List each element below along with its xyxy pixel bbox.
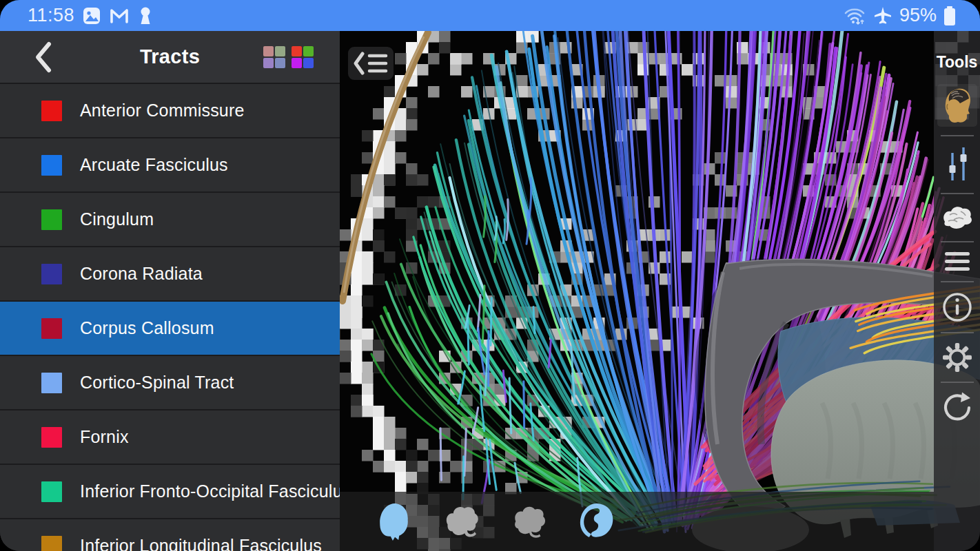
tools-divider <box>941 332 974 333</box>
brain-icon <box>940 202 974 233</box>
brain-lateral-icon <box>442 500 482 543</box>
tools-divider <box>941 382 974 383</box>
tract-item-label: Corona Radiata <box>80 264 203 284</box>
tract-item-corpus-callosum[interactable]: Corpus Callosum <box>0 302 340 356</box>
settings-button[interactable] <box>941 342 973 373</box>
tract-item-label: Arcuate Fasciculus <box>80 155 228 175</box>
reset-view-button[interactable] <box>941 391 974 426</box>
tools-panel-title: Tools <box>937 53 978 72</box>
tract-item-label: Corpus Callosum <box>80 318 214 338</box>
viewport-bottom-toolbar <box>340 492 934 551</box>
battery-icon <box>943 6 957 26</box>
tract-color-swatch <box>41 155 62 176</box>
keyhole-icon <box>138 6 153 25</box>
palette-color <box>292 46 302 56</box>
tract-item-cingulum[interactable]: Cingulum <box>0 193 340 247</box>
phone-screen: 11:58 <box>0 0 980 551</box>
tract-item-label: Inferior Fronto-Occipital Fasciculus <box>80 481 340 501</box>
collapse-sidebar-button[interactable] <box>348 47 394 80</box>
tracts-panel: Tracts Anterior CommissureArcuate Fascic… <box>0 31 340 551</box>
tract-item-arcuate-fasciculus[interactable]: Arcuate Fasciculus <box>0 138 340 193</box>
tract-item-cortico-spinal-tract[interactable]: Cortico-Spinal Tract <box>0 356 340 410</box>
airplane-mode-icon <box>872 6 893 26</box>
tracts-panel-header: Tracts <box>0 31 340 84</box>
sliders-icon <box>942 145 972 185</box>
palette-color <box>275 58 285 68</box>
head-model-button[interactable] <box>937 84 977 127</box>
tract-list: Anterior CommissureArcuate FasciculusCin… <box>0 84 340 551</box>
info-icon <box>941 291 974 324</box>
status-bar: 11:58 <box>0 0 980 31</box>
tract-menu-button[interactable] <box>943 251 972 273</box>
brain-lateral-button[interactable] <box>443 501 480 542</box>
palette-color <box>263 46 274 56</box>
tract-color-swatch <box>41 318 62 339</box>
clock: 11:58 <box>28 5 74 26</box>
tract-item-inferior-longitudinal-fasciculus[interactable]: Inferior Longitudinal Fasciculus <box>0 519 340 551</box>
info-button[interactable] <box>941 291 974 324</box>
tract-color-swatch <box>41 101 62 121</box>
tract-item-anterior-commissure[interactable]: Anterior Commissure <box>0 84 340 138</box>
tract-item-label: Cingulum <box>80 209 154 229</box>
tractography-viewport[interactable] <box>340 31 980 551</box>
menu-icon <box>943 251 972 273</box>
tools-divider <box>941 281 974 282</box>
brain-axial-icon <box>575 498 620 545</box>
tract-item-corona-radiata[interactable]: Corona Radiata <box>0 247 340 302</box>
tract-color-swatch <box>41 209 62 230</box>
brain-axial-button[interactable] <box>578 501 615 542</box>
tract-item-label: Inferior Longitudinal Fasciculus <box>80 536 322 551</box>
tract-item-fornix[interactable]: Fornix <box>0 410 340 465</box>
brain-lateral-alt-button[interactable] <box>511 501 548 542</box>
tools-divider <box>941 193 974 194</box>
tract-color-swatch <box>41 481 62 502</box>
tract-item-label: Anterior Commissure <box>80 101 245 121</box>
palette-color <box>303 58 314 68</box>
palette-color <box>292 58 302 68</box>
tract-color-swatch <box>41 264 62 284</box>
head-icon <box>941 85 973 125</box>
brain-surface-button[interactable] <box>940 202 974 233</box>
palette-color <box>263 58 274 68</box>
tools-buttons <box>937 79 977 431</box>
tools-divider <box>941 241 974 242</box>
tract-item-label: Cortico-Spinal Tract <box>80 373 234 393</box>
tract-item-inferior-fronto-occipital-fasciculus[interactable]: Inferior Fronto-Occipital Fasciculus <box>0 465 340 519</box>
head-silhouette-icon <box>376 501 413 541</box>
palette-vivid-button[interactable] <box>292 46 314 68</box>
battery-percent: 95% <box>899 5 937 26</box>
wifi-icon <box>843 6 866 26</box>
tools-divider <box>941 135 974 136</box>
brain-lateral-alt-icon <box>510 501 549 543</box>
display-sliders-button[interactable] <box>942 145 972 185</box>
palette-muted-button[interactable] <box>263 46 285 68</box>
tract-color-swatch <box>41 373 62 393</box>
gallery-icon <box>83 7 101 25</box>
rotate-icon <box>941 391 974 426</box>
gear-icon <box>941 342 973 373</box>
tract-item-label: Fornix <box>80 427 129 447</box>
palette-color <box>303 46 314 56</box>
tract-color-swatch <box>41 427 62 448</box>
collapse-menu-icon <box>353 51 389 76</box>
palette-color <box>275 46 285 56</box>
head-silhouette-button[interactable] <box>376 501 413 542</box>
tract-color-swatch <box>41 536 62 551</box>
tools-panel: Tools <box>934 31 980 551</box>
gmail-icon <box>109 7 130 25</box>
